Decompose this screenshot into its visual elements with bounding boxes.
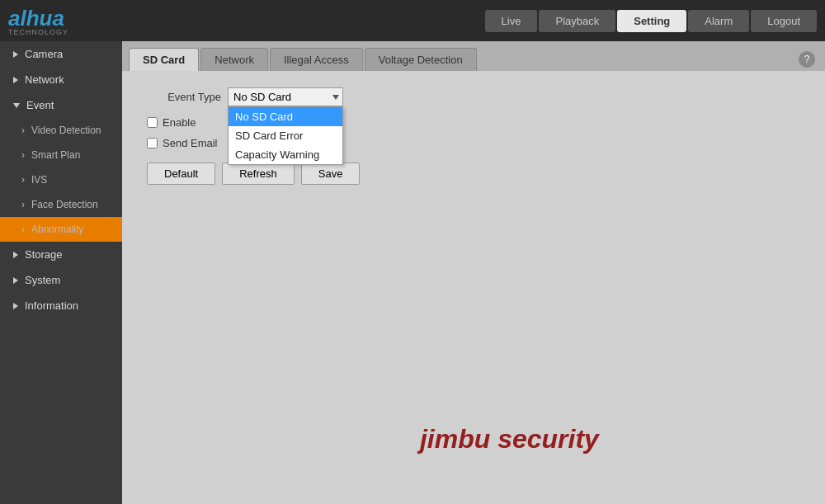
nav-playback[interactable]: Playback (539, 10, 615, 32)
sidebar: Camera Network Event › Video Detection ›… (0, 41, 122, 504)
sidebar-item-ivs[interactable]: › IVS (0, 167, 122, 192)
sidebar-item-storage[interactable]: Storage (0, 242, 122, 267)
button-row: Default Refresh Save (139, 163, 808, 185)
nav-setting[interactable]: Setting (617, 10, 686, 32)
watermark: jimbu security (420, 424, 599, 455)
nav-alarm[interactable]: Alarm (688, 10, 749, 32)
dropdown-arrow-icon (332, 95, 339, 100)
nav-live[interactable]: Live (485, 10, 538, 32)
sidebar-item-camera[interactable]: Camera (0, 41, 122, 67)
event-type-label: Event Type (139, 91, 221, 103)
nav-buttons: Live Playback Setting Alarm Logout (485, 10, 817, 32)
layout: Camera Network Event › Video Detection ›… (0, 41, 825, 504)
arrow-icon (13, 51, 18, 58)
form-area: Event Type No SD Card No SD Card SD Card… (122, 71, 825, 504)
sidebar-item-system[interactable]: System (0, 267, 122, 293)
refresh-button[interactable]: Refresh (222, 163, 295, 185)
sidebar-item-information[interactable]: Information (0, 293, 122, 318)
enable-checkbox[interactable] (147, 117, 158, 128)
arrow-icon (13, 252, 18, 258)
help-icon[interactable]: ? (799, 51, 815, 68)
arrow-icon (13, 277, 18, 284)
arrow-icon (13, 77, 18, 83)
dropdown-option-sd-card-error[interactable]: SD Card Error (229, 126, 342, 145)
send-email-label: Send Email (163, 137, 217, 149)
dropdown-list: No SD Card SD Card Error Capacity Warnin… (228, 106, 343, 165)
tab-illegal-access[interactable]: Illegal Access (270, 48, 363, 71)
sidebar-item-event[interactable]: Event (0, 92, 122, 118)
dropdown-option-no-sd-card[interactable]: No SD Card (229, 107, 342, 126)
dropdown-option-capacity-warning[interactable]: Capacity Warning (229, 145, 342, 164)
logo-area: alhua TECHNOLOGY (8, 5, 485, 36)
tabs-bar: SD Card Network Illegal Access Voltage D… (122, 41, 825, 71)
sidebar-item-smart-plan[interactable]: › Smart Plan (0, 143, 122, 167)
sidebar-item-network[interactable]: Network (0, 67, 122, 92)
sidebar-item-video-detection[interactable]: › Video Detection (0, 118, 122, 143)
save-button[interactable]: Save (301, 163, 361, 185)
arrow-icon (13, 303, 18, 309)
event-type-row: Event Type No SD Card No SD Card SD Card… (139, 87, 808, 106)
enable-label: Enable (163, 116, 196, 129)
header: alhua TECHNOLOGY Live Playback Setting A… (0, 0, 825, 41)
nav-logout[interactable]: Logout (751, 10, 817, 32)
tab-voltage-detection[interactable]: Voltage Detection (365, 48, 477, 71)
sidebar-item-abnormality[interactable]: › Abnormality (0, 217, 122, 242)
tab-network[interactable]: Network (200, 48, 268, 71)
logo-sub: TECHNOLOGY (8, 28, 68, 36)
logo-text: alhua (8, 5, 64, 31)
default-button[interactable]: Default (147, 163, 215, 185)
arrow-down-icon (13, 103, 20, 108)
event-type-dropdown[interactable]: No SD Card No SD Card SD Card Error Capa… (228, 87, 343, 106)
logo: alhua TECHNOLOGY (8, 5, 68, 36)
send-email-checkbox[interactable] (147, 138, 158, 148)
tab-sd-card[interactable]: SD Card (129, 48, 199, 71)
main-content: SD Card Network Illegal Access Voltage D… (122, 41, 825, 504)
dropdown-selected[interactable]: No SD Card (228, 87, 343, 106)
sidebar-item-face-detection[interactable]: › Face Detection (0, 192, 122, 217)
